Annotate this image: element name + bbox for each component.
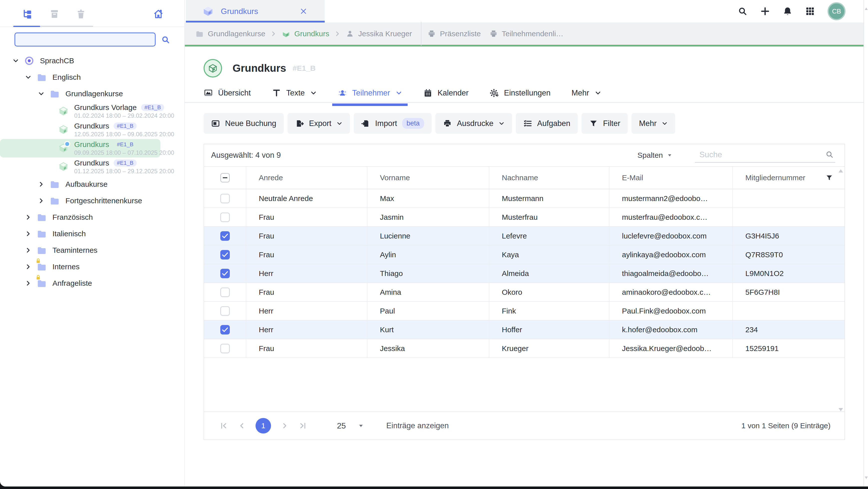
tree-search-input[interactable]	[14, 32, 156, 47]
tree-item-grundkurs[interactable]: Grundkurs#E1_B12.05.2025 18:00 – 09.06.2…	[0, 120, 183, 139]
open-tab-grundkurs[interactable]: Grundkurs	[186, 0, 325, 23]
table-search-input[interactable]	[695, 147, 835, 163]
search-icon[interactable]	[825, 150, 834, 159]
chevron-right-icon[interactable]	[25, 230, 31, 237]
add-icon[interactable]	[760, 6, 770, 16]
import-button[interactable]: Importbeta	[354, 113, 432, 134]
column-header-vorname[interactable]: Vorname	[367, 167, 489, 189]
page-size-select[interactable]: 25	[337, 421, 364, 431]
button-label: Neue Buchung	[225, 119, 276, 128]
chevron-right-icon[interactable]	[25, 263, 31, 270]
ausdrucke-button[interactable]: Ausdrucke	[435, 113, 512, 134]
tab-texte[interactable]: Texte	[272, 88, 317, 98]
scroll-up-icon[interactable]	[865, 7, 868, 10]
archive-icon[interactable]	[49, 8, 60, 20]
current-page-button[interactable]: 1	[255, 418, 271, 433]
row-checkbox[interactable]	[220, 194, 230, 203]
table-row[interactable]: FrauAminaOkoroaminaokoro@edoobox.c…5F6G7…	[204, 283, 844, 302]
export-button[interactable]: Export	[287, 113, 350, 134]
home-icon[interactable]	[153, 8, 164, 20]
table-row[interactable]: FrauLucienneLefevreluclefevre@edoobox.co…	[204, 227, 844, 246]
filter-button[interactable]: Filter	[582, 113, 628, 134]
column-header-anrede[interactable]: Anrede	[246, 167, 367, 189]
tree-item-grundkurs-vorlage[interactable]: Grundkurs Vorlage#E1_B01.02.2024 18:00 –…	[0, 102, 183, 120]
next-page-icon[interactable]	[280, 422, 289, 430]
chevron-right-icon[interactable]	[25, 214, 31, 221]
row-checkbox[interactable]	[220, 269, 230, 278]
chevron-down-icon[interactable]	[12, 58, 19, 64]
doc-link-1[interactable]: Teilnehmendenli…	[489, 29, 563, 38]
chevron-down-icon	[396, 90, 402, 96]
tree-item-label: Aufbaukurse	[65, 180, 107, 189]
chevron-down-icon[interactable]	[25, 74, 31, 81]
chevron-right-icon[interactable]	[25, 280, 31, 287]
tab-kalender[interactable]: Kalender	[423, 88, 469, 98]
table-row[interactable]: HerrPaulFinkPaul.Fink@edoobox.com	[204, 302, 844, 320]
mehr-button[interactable]: Mehr	[631, 113, 675, 134]
chevron-right-icon[interactable]	[38, 198, 44, 204]
neue-buchung-button[interactable]: Neue Buchung	[204, 113, 284, 134]
last-page-icon[interactable]	[299, 422, 307, 430]
column-filter-icon[interactable]	[826, 174, 833, 181]
table-scroll-down-icon[interactable]	[839, 408, 843, 411]
tree-item-franz-sisch[interactable]: Französisch	[0, 209, 183, 226]
row-checkbox[interactable]	[220, 325, 230, 335]
tree-item-italienisch[interactable]: Italienisch	[0, 226, 183, 242]
breadcrumb-item-2[interactable]: Jessika Krueger	[346, 29, 412, 38]
previous-page-icon[interactable]	[238, 422, 246, 430]
folder-tree-icon[interactable]	[22, 8, 33, 20]
table-row[interactable]: FrauJasminMusterfraumusterfrau@edoobox.c…	[204, 208, 844, 227]
tree-item-internes[interactable]: Internes	[0, 259, 183, 275]
apps-grid-icon[interactable]	[805, 6, 815, 16]
aufgaben-button[interactable]: Aufgaben	[516, 113, 578, 134]
table-row[interactable]: HerrKurtHofferk.hofer@edoobox.com234	[204, 320, 844, 339]
tree-item-label-wrap: Grundkurs#E1_B01.12.2025 18:00 – 29.12.2…	[74, 159, 174, 175]
row-checkbox[interactable]	[220, 212, 230, 222]
chevron-right-icon[interactable]	[25, 247, 31, 254]
tree-item-fortgeschrittenenkurse[interactable]: Fortgeschrittenenkurse	[0, 193, 183, 209]
tree-item-grundkurs[interactable]: Grundkurs#E1_B09.09.2025 18:00 – 07.10.2…	[0, 139, 160, 157]
select-all-checkbox[interactable]	[220, 173, 230, 182]
breadcrumb-item-1[interactable]: Grundkurs	[282, 29, 329, 38]
table-row[interactable]: FrauAylinKayaaylinkaya@edoobox.comQ7R8S9…	[204, 246, 844, 264]
tree-item-aufbaukurse[interactable]: Aufbaukurse	[0, 176, 183, 193]
table-row[interactable]: Neutrale AnredeMaxMustermannmustermann2@…	[204, 189, 844, 208]
tab--bersicht[interactable]: Übersicht	[204, 88, 251, 98]
row-checkbox[interactable]	[220, 250, 230, 259]
tree-item-sprachcb[interactable]: SprachCB	[0, 53, 183, 69]
close-tab-icon[interactable]	[300, 7, 307, 15]
notifications-bell-icon[interactable]	[782, 6, 793, 16]
tab-teilnehmer[interactable]: Teilnehmer	[338, 88, 402, 98]
global-search-icon[interactable]	[738, 6, 748, 16]
trash-icon[interactable]	[75, 8, 86, 20]
chevron-right-icon[interactable]	[38, 181, 44, 188]
table-row[interactable]: FrauJessikaKruegerJessika.Krueger@edoob……	[204, 339, 844, 358]
breadcrumb-item-0[interactable]: Grundlagenkurse	[195, 29, 265, 38]
user-avatar[interactable]: CB	[828, 2, 845, 20]
tree-item-grundlagenkurse[interactable]: Grundlagenkurse	[0, 86, 183, 102]
tree-item-englisch[interactable]: Englisch	[0, 69, 183, 86]
page-scrollbar[interactable]	[864, 0, 868, 487]
tab-einstellungen[interactable]: Einstellungen	[490, 88, 551, 98]
tab-mehr[interactable]: Mehr	[571, 88, 601, 97]
row-checkbox[interactable]	[220, 288, 230, 297]
column-header-mitgliedernummer[interactable]: Mitgliedernummer	[732, 167, 837, 189]
column-header-nachname[interactable]: Nachname	[489, 167, 609, 189]
tree-item-grundkurs[interactable]: Grundkurs#E1_B01.12.2025 18:00 – 29.12.2…	[0, 157, 183, 176]
scroll-down-icon[interactable]	[865, 477, 868, 479]
chevron-down-icon[interactable]	[38, 90, 44, 97]
tree-item-label: SprachCB	[40, 57, 74, 65]
table-row[interactable]: HerrThiagoAlmeidathiagoalmeida@edoobo…L9…	[204, 264, 844, 283]
row-checkbox[interactable]	[220, 306, 230, 316]
first-page-icon[interactable]	[220, 422, 228, 430]
columns-button[interactable]: Spalten	[638, 151, 673, 160]
search-icon[interactable]	[161, 35, 170, 44]
row-checkbox[interactable]	[220, 231, 230, 241]
selected-summary: Ausgewählt: 4 von 9	[211, 151, 281, 160]
tree-item-teaminternes[interactable]: Teaminternes	[0, 242, 183, 259]
table-scroll-up-icon[interactable]	[839, 169, 843, 173]
tree-item-anfrageliste[interactable]: Anfrageliste	[0, 275, 183, 291]
column-header-e-mail[interactable]: E-Mail	[609, 167, 732, 189]
row-checkbox[interactable]	[220, 344, 230, 353]
doc-link-0[interactable]: Präsenzliste	[427, 29, 480, 38]
